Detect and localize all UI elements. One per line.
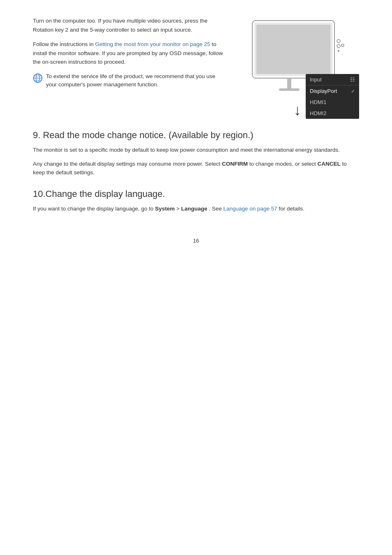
section-9-heading: 9. Read the mode change notice. (Availab…	[33, 130, 359, 141]
input-menu-title: Input	[310, 76, 322, 83]
input-menu-header: Input ☷	[306, 74, 359, 86]
getting-most-link[interactable]: Getting the most from your monitor on pa…	[95, 41, 210, 47]
section-10: 10.Change the display language. If you w…	[33, 189, 359, 213]
svg-point-12	[338, 50, 339, 52]
para-1: Turn on the computer too. If you have mu…	[33, 16, 224, 34]
tip-text: To extend the service life of the produc…	[46, 72, 224, 89]
input-menu-icon: ☷	[350, 76, 355, 83]
input-menu-item-hdmi2[interactable]: HDMI2	[306, 108, 359, 119]
tip-icon	[33, 73, 43, 83]
para-2: Follow the instructions in Getting the m…	[33, 40, 224, 67]
section-9: 9. Read the mode change notice. (Availab…	[33, 130, 359, 177]
input-item-label-hdmi2: HDMI2	[310, 110, 326, 116]
section-9-para-1: The monitor is set to a specific mode by…	[33, 146, 359, 155]
input-item-label-displayport: DisplayPort	[310, 88, 337, 94]
input-menu-item-hdmi1[interactable]: HDMI1	[306, 97, 359, 108]
input-menu-item-displayport[interactable]: DisplayPort ✓	[306, 86, 359, 97]
language-link[interactable]: Language on page 57	[223, 206, 277, 212]
svg-rect-8	[287, 78, 291, 88]
section-10-body: If you want to change the display langua…	[33, 204, 359, 213]
checkmark-icon: ✓	[351, 88, 355, 94]
arrow-down-icon: ↓	[294, 103, 301, 118]
top-text-block: Turn on the computer too. If you have mu…	[33, 16, 224, 118]
page-number: 16	[33, 238, 359, 244]
confirm-text: CONFIRM	[222, 161, 248, 167]
section-9-body: The monitor is set to a specific mode by…	[33, 146, 359, 177]
input-menu: Input ☷ DisplayPort ✓ HDMI1 HDMI2	[306, 74, 359, 119]
svg-point-11	[337, 44, 340, 48]
tip-box: To extend the service life of the produc…	[33, 72, 224, 95]
section-10-para-1: If you want to change the display langua…	[33, 204, 359, 213]
language-text: Language	[181, 206, 208, 212]
svg-rect-9	[279, 88, 300, 91]
system-text: System	[155, 206, 175, 212]
page: Turn on the computer too. If you have mu…	[0, 0, 392, 555]
svg-point-10	[337, 39, 340, 43]
section-10-heading: 10.Change the display language.	[33, 189, 359, 199]
cancel-text: CANCEL	[318, 161, 341, 167]
para-2-prefix: Follow the instructions in	[33, 41, 95, 47]
svg-rect-7	[256, 25, 330, 74]
top-section: Turn on the computer too. If you have mu…	[33, 16, 359, 118]
input-item-label-hdmi1: HDMI1	[310, 99, 326, 105]
section-9-para-2: Any change to the default display settin…	[33, 160, 359, 177]
monitor-area: ↓ Input ☷ DisplayPort ✓ HDMI1 HDMI2	[236, 16, 359, 118]
svg-point-13	[341, 44, 344, 46]
